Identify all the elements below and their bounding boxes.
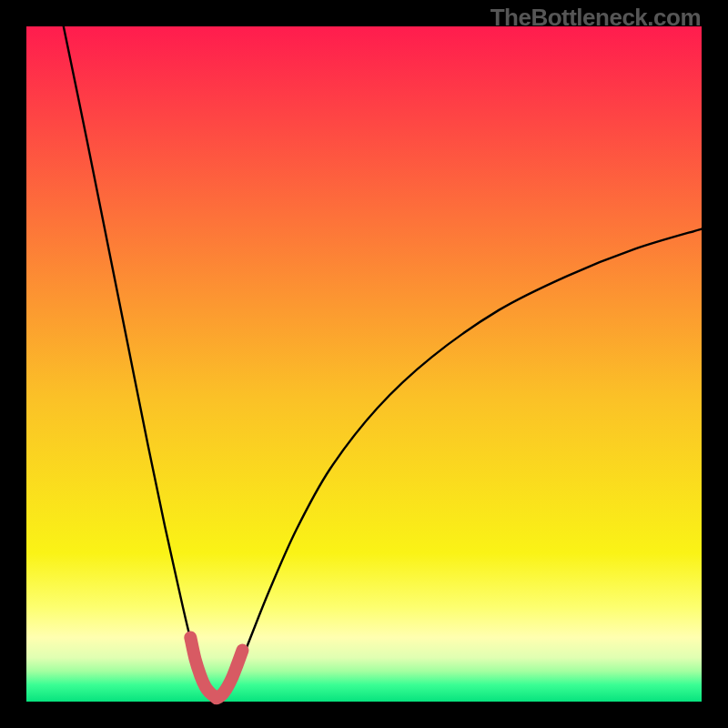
chart-frame [26, 26, 702, 702]
bottleneck-curve [64, 26, 702, 698]
chart-plot-layer [26, 26, 702, 702]
optimal-marker [190, 638, 242, 699]
